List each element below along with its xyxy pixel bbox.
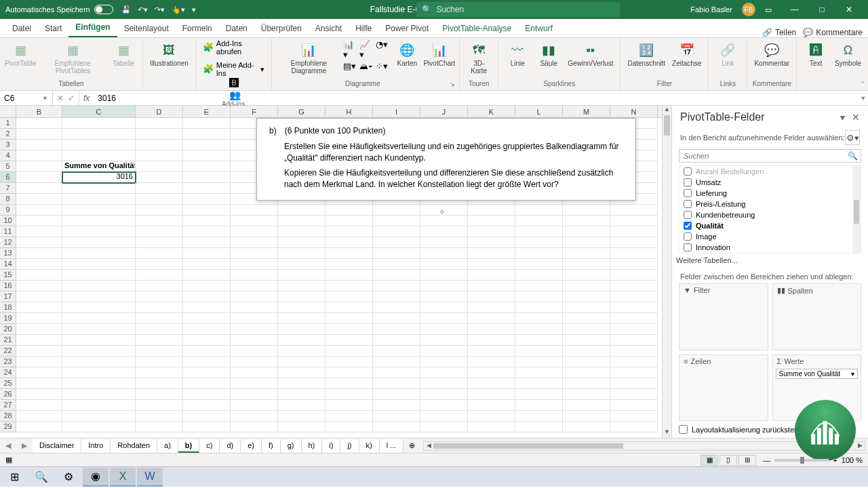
comment-button[interactable]: 💬Kommentar xyxy=(751,39,792,68)
col-header-D[interactable]: D xyxy=(136,106,183,117)
more-tables-link[interactable]: Weitere Tabellen... xyxy=(672,253,868,267)
cell-H25[interactable] xyxy=(326,378,373,389)
cell-B7[interactable] xyxy=(16,183,62,194)
cell-D28[interactable] xyxy=(136,411,183,422)
cell-L17[interactable] xyxy=(515,291,563,302)
cell-G9[interactable] xyxy=(278,205,326,216)
row-header-9[interactable]: 9 xyxy=(0,205,16,216)
dropdown-icon[interactable]: ▾ xyxy=(851,370,854,378)
col-header-M[interactable]: M xyxy=(563,106,610,117)
cell-H10[interactable] xyxy=(326,216,373,226)
share-button[interactable]: 🔗 Teilen xyxy=(762,28,796,37)
cell-H13[interactable] xyxy=(326,248,373,259)
cell-E19[interactable] xyxy=(183,313,231,324)
cell-C25[interactable] xyxy=(62,378,136,389)
cell-F17[interactable] xyxy=(231,291,278,302)
cell-E5[interactable] xyxy=(183,161,231,172)
cell-E8[interactable] xyxy=(183,194,231,205)
col-header-B[interactable]: B xyxy=(16,106,62,117)
cell-G25[interactable] xyxy=(278,378,326,389)
cell-J11[interactable] xyxy=(420,226,468,237)
cell-K16[interactable] xyxy=(468,281,515,291)
cell-H17[interactable] xyxy=(326,291,373,302)
cell-E27[interactable] xyxy=(183,400,231,411)
cell-G27[interactable] xyxy=(278,400,326,411)
field-checkbox[interactable] xyxy=(684,200,692,208)
cell-I22[interactable] xyxy=(373,346,420,357)
cell-I12[interactable] xyxy=(373,237,420,248)
cell-C22[interactable] xyxy=(62,346,136,357)
cell-C17[interactable] xyxy=(62,291,136,302)
field-lieferung[interactable]: Lieferung xyxy=(679,188,861,199)
vertical-scrollbar[interactable]: ▲ ▼ xyxy=(662,106,671,438)
cell-B27[interactable] xyxy=(16,400,62,411)
cell-B4[interactable] xyxy=(16,150,62,161)
cell-D12[interactable] xyxy=(136,237,183,248)
cell-E12[interactable] xyxy=(183,237,231,248)
field-search-box[interactable]: 🔍 xyxy=(679,149,861,163)
cell-E1[interactable] xyxy=(183,118,231,129)
cell-K18[interactable] xyxy=(468,302,515,313)
cell-C18[interactable] xyxy=(62,302,136,313)
cell-F29[interactable] xyxy=(231,422,278,432)
defer-layout-checkbox[interactable] xyxy=(679,425,688,434)
cell-F14[interactable] xyxy=(231,259,278,270)
cell-G16[interactable] xyxy=(278,281,326,291)
sheet-tab-k[interactable]: k) xyxy=(359,439,380,453)
cell-N23[interactable] xyxy=(610,357,658,367)
row-header-22[interactable]: 22 xyxy=(0,346,16,357)
cell-M15[interactable] xyxy=(563,270,610,281)
cell-N12[interactable] xyxy=(610,237,658,248)
cell-H22[interactable] xyxy=(326,346,373,357)
cell-F24[interactable] xyxy=(231,367,278,378)
cell-M20[interactable] xyxy=(563,324,610,335)
sheet-nav-prev[interactable]: ◀ xyxy=(0,441,16,450)
row-header-6[interactable]: 6 xyxy=(0,172,16,183)
link-button[interactable]: 🔗Link xyxy=(713,39,743,68)
cell-M17[interactable] xyxy=(563,291,610,302)
cell-M9[interactable] xyxy=(563,205,610,216)
3d-map-button[interactable]: 🗺3D-Karte xyxy=(464,39,494,76)
col-header-N[interactable]: N xyxy=(610,106,658,117)
col-header-E[interactable]: E xyxy=(183,106,231,117)
cell-M22[interactable] xyxy=(563,346,610,357)
symbols-button[interactable]: ΩSymbole xyxy=(832,39,864,68)
cell-N9[interactable] xyxy=(610,205,658,216)
cell-L10[interactable] xyxy=(515,216,563,226)
cell-N17[interactable] xyxy=(610,291,658,302)
cell-D29[interactable] xyxy=(136,422,183,432)
field-qualitt[interactable]: Qualität xyxy=(679,220,861,231)
cell-N11[interactable] xyxy=(610,226,658,237)
cell-F25[interactable] xyxy=(231,378,278,389)
cell-I29[interactable] xyxy=(373,422,420,432)
scatter-chart-icon[interactable]: ⁘▾ xyxy=(376,61,391,71)
cell-K20[interactable] xyxy=(468,324,515,335)
select-all-cells[interactable] xyxy=(0,106,16,118)
tab-hilfe[interactable]: Hilfe xyxy=(349,20,378,37)
col-header-I[interactable]: I xyxy=(373,106,420,117)
cell-M27[interactable] xyxy=(563,400,610,411)
cell-C27[interactable] xyxy=(62,400,136,411)
cell-J19[interactable] xyxy=(420,313,468,324)
row-header-20[interactable]: 20 xyxy=(0,324,16,335)
cell-G20[interactable] xyxy=(278,324,326,335)
cell-B23[interactable] xyxy=(16,357,62,367)
col-header-J[interactable]: J xyxy=(420,106,468,117)
cell-H26[interactable] xyxy=(326,389,373,400)
cell-L25[interactable] xyxy=(515,378,563,389)
cell-E6[interactable] xyxy=(183,172,231,183)
cell-B1[interactable] xyxy=(16,118,62,129)
page-break-view-button[interactable]: ⊞ xyxy=(738,455,756,466)
cell-G19[interactable] xyxy=(278,313,326,324)
cell-N21[interactable] xyxy=(610,335,658,346)
cell-F22[interactable] xyxy=(231,346,278,357)
cell-G24[interactable] xyxy=(278,367,326,378)
cell-H16[interactable] xyxy=(326,281,373,291)
cell-B10[interactable] xyxy=(16,216,62,226)
cell-I25[interactable] xyxy=(373,378,420,389)
cell-M14[interactable] xyxy=(563,259,610,270)
hscroll-left-icon[interactable]: ◀ xyxy=(424,442,433,450)
cell-G13[interactable] xyxy=(278,248,326,259)
cell-K21[interactable] xyxy=(468,335,515,346)
user-avatar[interactable]: FB xyxy=(742,3,755,16)
